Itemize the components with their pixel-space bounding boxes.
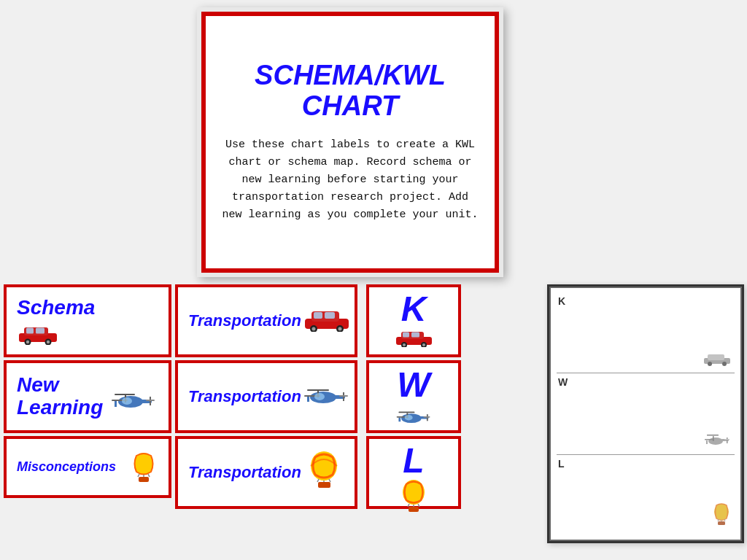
car-icon [301,304,352,338]
chart-label-l: L [558,458,733,470]
chart-l-balloon-icon [711,502,732,532]
svg-rect-32 [426,414,427,421]
kwl-cards-column: K W [366,284,461,509]
svg-rect-11 [339,395,348,397]
chart-inner: K W [549,287,742,541]
svg-rect-15 [307,389,329,391]
poster-body: Use these chart labels to create a KWL c… [220,136,480,224]
svg-rect-33 [423,416,430,418]
svg-line-18 [317,479,319,482]
svg-rect-73 [724,439,729,440]
new-learning-label: NewLearning [17,374,103,419]
svg-line-62 [138,474,139,477]
svg-point-60 [122,397,132,405]
svg-rect-59 [115,394,135,395]
sidebar-card-new-learning: NewLearning [4,360,171,433]
svg-rect-76 [713,436,714,441]
svg-rect-55 [146,400,155,401]
label-card-balloon: Transportation [175,436,357,509]
svg-point-17 [311,451,337,481]
chart-row-k: K [557,292,735,373]
svg-rect-65 [139,477,149,482]
svg-point-5 [338,327,341,331]
svg-rect-82 [718,521,725,525]
kwl-letter-k: K [401,292,427,327]
svg-point-3 [311,327,315,331]
svg-line-64 [148,474,150,477]
helicopter-icon [301,379,352,414]
svg-line-20 [329,479,330,482]
svg-rect-67 [708,354,724,360]
svg-rect-12 [307,397,309,402]
schema-label: Schema [17,297,95,319]
svg-rect-56 [115,401,117,407]
sidebar-card-schema: Schema [4,284,171,357]
sidebar-card-misconceptions: Misconceptions [4,436,171,498]
poster-title: SCHEMA/KWL CHART [255,61,446,122]
svg-point-47 [26,341,29,343]
chart-k-car-icon [703,351,732,370]
chart-row-w: W [557,373,735,454]
svg-point-25 [403,343,406,346]
svg-line-40 [408,504,409,507]
svg-rect-72 [727,438,728,443]
svg-rect-28 [403,332,409,338]
label-card-balloon-text: Transportation [188,463,301,482]
svg-rect-51 [36,328,44,334]
label-card-car: Transportation [175,284,357,357]
misconceptions-label: Misconceptions [17,459,116,475]
svg-rect-7 [325,312,335,319]
poster-inner: SCHEMA/KWL CHART Use these chart labels … [201,12,499,273]
poster-title-line1: SCHEMA/KWL [255,60,446,90]
svg-rect-77 [707,435,719,436]
chart-label-k: K [558,295,733,307]
poster-card: SCHEMA/KWL CHART Use these chart labels … [197,7,503,277]
label-card-car-text: Transportation [188,311,301,330]
svg-point-38 [404,415,412,420]
svg-rect-37 [398,411,414,413]
kwl-letter-w: W [397,368,430,402]
svg-rect-6 [314,312,322,319]
label-card-helicopter-text: Transportation [188,387,301,406]
kwl-k-car-icon [394,327,434,352]
label-cards-column: Transportation Transportation [175,284,357,509]
svg-rect-74 [706,440,708,444]
kwl-l-balloon-icon [398,478,430,520]
balloon-icon [304,450,344,496]
svg-point-27 [422,343,425,346]
chart-row-l: L [557,455,735,535]
chart-w-helicopter-icon [703,428,732,451]
svg-rect-34 [398,418,400,422]
svg-line-42 [418,504,419,507]
svg-point-49 [47,341,50,343]
kwl-letter-l: L [403,443,424,478]
kwl-chart-panel: K W [547,284,744,543]
poster-title-line2: CHART [302,90,398,121]
svg-point-69 [722,362,727,366]
svg-point-70 [708,438,723,445]
svg-rect-29 [411,332,419,338]
kwl-card-k: K [366,284,461,357]
svg-rect-21 [318,482,330,488]
svg-rect-43 [409,507,419,512]
sidebar-cards-column: Schema NewLearning [4,284,171,498]
chart-label-w: W [558,376,733,388]
svg-rect-50 [26,328,34,334]
kwl-card-l: L [366,436,461,509]
svg-point-16 [314,393,325,400]
label-card-helicopter: Transportation [175,360,357,433]
svg-point-68 [708,362,712,366]
kwl-card-w: W [366,360,461,433]
kwl-w-helicopter-icon [394,402,434,433]
